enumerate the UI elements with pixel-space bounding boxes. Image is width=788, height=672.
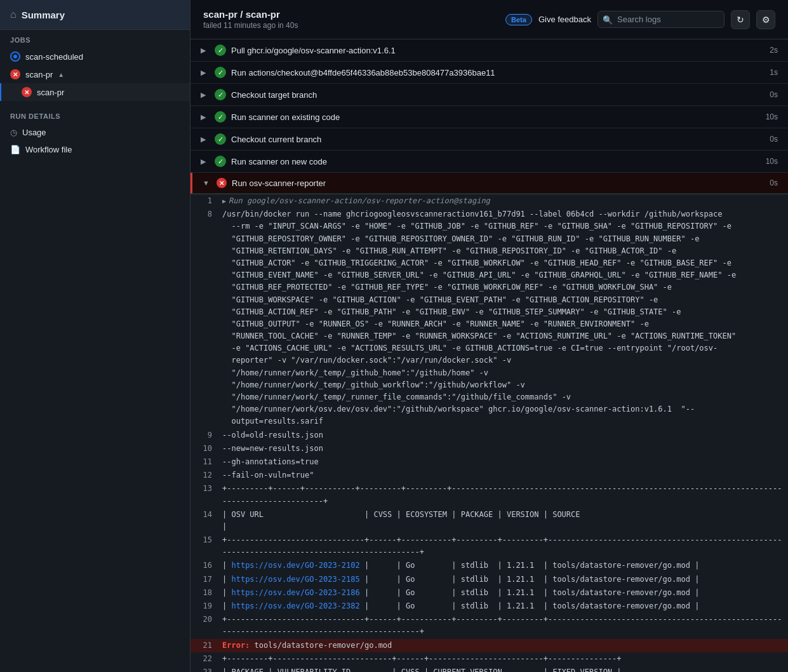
line-number: 14 — [190, 509, 222, 521]
give-feedback-button[interactable]: Give feedback — [538, 15, 591, 24]
step-expand-icon: ▶ — [201, 158, 210, 166]
sidebar-summary-item[interactable]: ⌂ Summary — [0, 0, 190, 30]
sidebar-item-scan-scheduled[interactable]: scan-scheduled — [0, 48, 190, 65]
header-info: scan-pr / scan-pr failed 11 minutes ago … — [203, 9, 298, 30]
line-number: 22 — [190, 653, 222, 665]
sidebar-job-label: scan-scheduled — [25, 52, 83, 62]
step-success-icon: ✓ — [215, 133, 226, 145]
status-failed-icon: ✕ — [10, 69, 20, 79]
sidebar-item-workflow-file[interactable]: 📄 Workflow file — [0, 141, 190, 158]
line-number: 10 — [190, 443, 222, 455]
line-content: /usr/bin/docker run --name ghcriogoogleo… — [222, 208, 788, 427]
line-content: | https://osv.dev/GO-2023-2186 | | Go | … — [222, 587, 788, 599]
settings-button[interactable]: ⚙ — [756, 10, 775, 29]
osv-link-19[interactable]: https://osv.dev/GO-2023-2382 — [231, 601, 359, 610]
log-line-21: 21 Error: tools/datastore-remover/go.mod — [190, 639, 788, 652]
log-line-12: 12 --fail-on-vuln=true" — [190, 469, 788, 482]
log-line-16: 16 | https://osv.dev/GO-2023-2102 | | Go… — [190, 559, 788, 572]
line-content: --fail-on-vuln=true" — [222, 469, 788, 481]
chevron-up-icon: ▲ — [58, 71, 64, 78]
step-expand-icon: ▶ — [201, 135, 210, 144]
line-content: | OSV URL | CVSS | ECOSYSTEM | PACKAGE |… — [222, 509, 788, 533]
log-area: 1 ▶Run google/osv-scanner-action/osv-rep… — [190, 194, 788, 672]
osv-link-17[interactable]: https://osv.dev/GO-2023-2185 — [231, 575, 359, 584]
log-line-23: 23 | PACKAGE | VULNERABILITY ID | CVSS |… — [190, 666, 788, 672]
log-line-22: 22 +---------+--------------------------… — [190, 652, 788, 666]
log-line-13: 13 +---------+------+-----------+-------… — [190, 482, 788, 507]
step-expand-icon: ▼ — [203, 179, 211, 187]
header-actions: Beta Give feedback 🔍 ↻ ⚙ — [505, 10, 775, 29]
step-pull-ghcr[interactable]: ▶ ✓ Pull ghcr.io/google/osv-scanner-acti… — [190, 39, 788, 62]
step-success-icon: ✓ — [215, 156, 226, 167]
step-success-icon: ✓ — [215, 44, 226, 56]
workflow-file-label: Workflow file — [25, 145, 72, 154]
sidebar-job-label: scan-pr — [25, 70, 53, 79]
step-name: Checkout current branch — [231, 135, 765, 144]
step-duration: 0s — [770, 90, 778, 99]
step-run-scanner-new[interactable]: ▶ ✓ Run scanner on new code 10s — [190, 151, 788, 173]
log-line-11: 11 --gh-annotations=true — [190, 455, 788, 469]
line-content: | https://osv.dev/GO-2023-2382 | | Go | … — [222, 600, 788, 612]
line-number: 18 — [190, 587, 222, 599]
line-content: +------------------------------+------+-… — [222, 614, 788, 638]
step-checkout-current[interactable]: ▶ ✓ Checkout current branch 0s — [190, 128, 788, 151]
line-number: 1 — [190, 195, 222, 207]
search-logs-input[interactable] — [598, 11, 725, 28]
step-name: Pull ghcr.io/google/osv-scanner-action:v… — [231, 46, 765, 55]
sidebar: ⌂ Summary Jobs scan-scheduled ✕ scan-pr … — [0, 0, 190, 672]
line-number: 12 — [190, 469, 222, 481]
line-content: +------------------------------+------+-… — [222, 534, 788, 558]
sidebar-sub-item-scan-pr[interactable]: ✕ scan-pr — [0, 83, 190, 101]
log-line-17: 17 | https://osv.dev/GO-2023-2185 | | Go… — [190, 573, 788, 586]
status-failed-sub-icon: ✕ — [22, 87, 32, 97]
line-content: | https://osv.dev/GO-2023-2185 | | Go | … — [222, 574, 788, 586]
osv-link-18[interactable]: https://osv.dev/GO-2023-2186 — [231, 588, 359, 597]
search-wrap: 🔍 — [598, 11, 725, 28]
log-line-1: 1 ▶Run google/osv-scanner-action/osv-rep… — [190, 194, 788, 208]
osv-link-16[interactable]: https://osv.dev/GO-2023-2102 — [231, 561, 359, 570]
line-content: ▶Run google/osv-scanner-action/osv-repor… — [222, 195, 788, 207]
step-success-icon: ✓ — [215, 111, 226, 123]
line-content: Error: tools/datastore-remover/go.mod — [222, 640, 788, 652]
line-content: --old=old-results.json — [222, 429, 788, 441]
refresh-button[interactable]: ↻ — [731, 10, 750, 29]
steps-and-logs: ▶ ✓ Pull ghcr.io/google/osv-scanner-acti… — [190, 39, 788, 672]
line-content: --gh-annotations=true — [222, 456, 788, 468]
sidebar-item-scan-pr[interactable]: ✕ scan-pr ▲ — [0, 65, 190, 83]
step-name: Run actions/checkout@b4ffde65f46336ab88e… — [231, 68, 765, 77]
step-run-scanner-existing[interactable]: ▶ ✓ Run scanner on existing code 10s — [190, 106, 788, 128]
search-icon: 🔍 — [603, 15, 613, 24]
beta-badge: Beta — [505, 14, 532, 25]
line-content: +---------+--------------------------+--… — [222, 653, 788, 665]
line-number: 16 — [190, 560, 222, 572]
file-icon: 📄 — [10, 145, 20, 154]
step-name: Run scanner on existing code — [231, 112, 761, 122]
step-run-osv-reporter[interactable]: ▼ ✕ Run osv-scanner-reporter 0s — [190, 173, 788, 194]
step-expand-icon: ▶ — [201, 91, 210, 99]
step-success-icon: ✓ — [215, 67, 226, 78]
line-number: 9 — [190, 429, 222, 441]
run-subtitle: failed 11 minutes ago in 40s — [203, 21, 298, 30]
main-header: scan-pr / scan-pr failed 11 minutes ago … — [190, 0, 788, 39]
line-content: | PACKAGE | VULNERABILITY ID | CVSS | CU… — [222, 666, 788, 672]
step-expand-icon: ▶ — [201, 46, 210, 55]
line-number: 21 — [190, 640, 222, 652]
main-content: scan-pr / scan-pr failed 11 minutes ago … — [190, 0, 788, 672]
log-line-18: 18 | https://osv.dev/GO-2023-2186 | | Go… — [190, 586, 788, 600]
step-name: Run osv-scanner-reporter — [232, 178, 765, 188]
step-checkout-target[interactable]: ▶ ✓ Checkout target branch 0s — [190, 84, 788, 106]
log-line-10: 10 --new=new-results.json — [190, 442, 788, 455]
clock-icon: ◷ — [10, 128, 17, 137]
line-number: 13 — [190, 483, 222, 495]
line-number: 17 — [190, 574, 222, 586]
line-number: 23 — [190, 666, 222, 672]
jobs-section-label: Jobs — [0, 30, 190, 48]
log-line-15: 15 +------------------------------+-----… — [190, 534, 788, 559]
log-line-19: 19 | https://osv.dev/GO-2023-2382 | | Go… — [190, 600, 788, 613]
line-number: 8 — [190, 208, 222, 220]
step-name: Run scanner on new code — [231, 157, 761, 166]
sidebar-item-usage[interactable]: ◷ Usage — [0, 124, 190, 141]
run-details-section-label: Run details — [0, 106, 190, 124]
step-run-actions-checkout[interactable]: ▶ ✓ Run actions/checkout@b4ffde65f46336a… — [190, 62, 788, 84]
log-line-9: 9 --old=old-results.json — [190, 429, 788, 442]
